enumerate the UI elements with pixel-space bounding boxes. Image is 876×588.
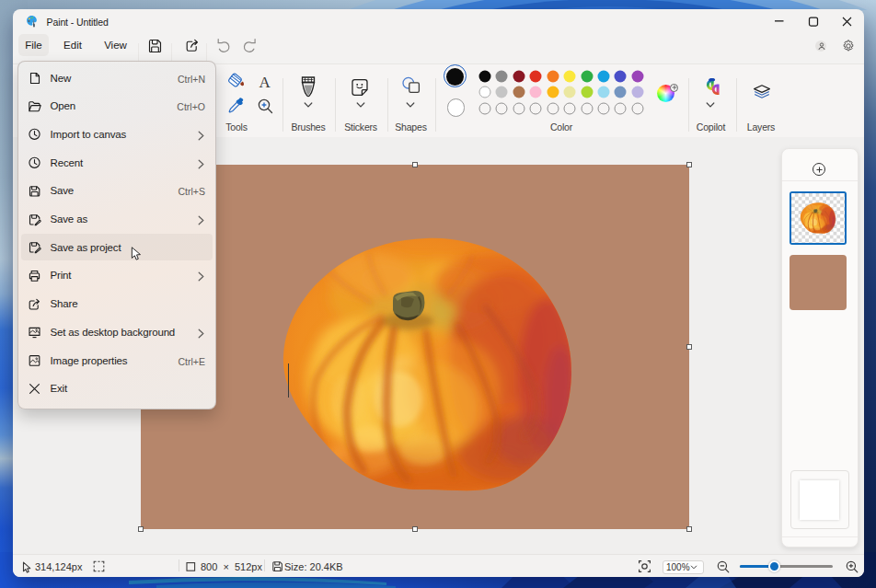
svg-text:A: A <box>259 74 271 91</box>
